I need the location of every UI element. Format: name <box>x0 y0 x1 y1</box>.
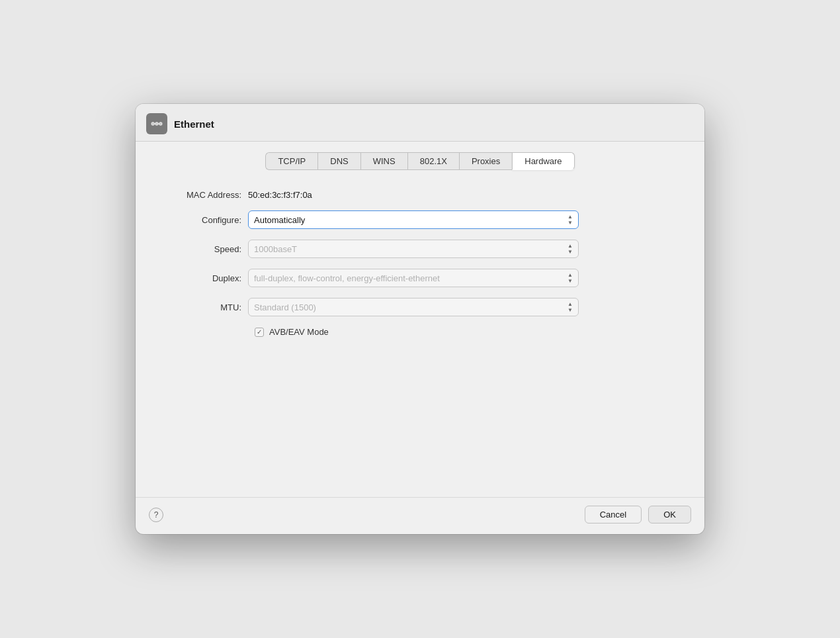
tab-dns[interactable]: DNS <box>317 152 360 170</box>
window-title: Ethernet <box>174 118 214 130</box>
duplex-row: Duplex: full-duplex, flow-control, energ… <box>162 269 678 287</box>
duplex-select[interactable]: full-duplex, flow-control, energy-effici… <box>248 269 579 287</box>
help-button[interactable]: ? <box>149 508 163 522</box>
avb-row: ✓ AVB/EAV Mode <box>255 327 678 337</box>
tab-wins[interactable]: WINS <box>360 152 407 170</box>
tab-proxies[interactable]: Proxies <box>459 152 512 170</box>
speed-placeholder: 1000baseT <box>254 244 564 254</box>
tab-hardware[interactable]: Hardware <box>512 152 574 170</box>
titlebar: Ethernet <box>136 104 704 142</box>
duplex-placeholder: full-duplex, flow-control, energy-effici… <box>254 273 564 283</box>
mac-address-value: 50:ed:3c:f3:f7:0a <box>248 190 312 200</box>
configure-label: Configure: <box>162 215 248 225</box>
bottom-bar: ? Cancel OK <box>136 497 704 534</box>
configure-value: Automatically <box>254 215 564 225</box>
ethernet-window: Ethernet TCP/IP DNS WINS 802.1X Proxies … <box>136 104 704 534</box>
tabs-bar: TCP/IP DNS WINS 802.1X Proxies Hardware <box>136 142 704 170</box>
configure-select[interactable]: Automatically ▲ ▼ <box>248 210 579 229</box>
content-area: TCP/IP DNS WINS 802.1X Proxies Hardware … <box>136 142 704 534</box>
avb-label: AVB/EAV Mode <box>269 327 329 337</box>
app-icon <box>146 113 167 134</box>
action-buttons: Cancel OK <box>585 506 691 524</box>
configure-arrows: ▲ ▼ <box>567 214 573 226</box>
tab-8021x[interactable]: 802.1X <box>407 152 459 170</box>
mtu-row: MTU: Standard (1500) ▲ ▼ <box>162 298 678 316</box>
mac-address-row: MAC Address: 50:ed:3c:f3:f7:0a <box>162 190 678 200</box>
mtu-label: MTU: <box>162 302 248 312</box>
duplex-label: Duplex: <box>162 273 248 283</box>
ok-button[interactable]: OK <box>648 506 691 524</box>
cancel-button[interactable]: Cancel <box>585 506 642 524</box>
form-area: MAC Address: 50:ed:3c:f3:f7:0a Configure… <box>136 170 704 497</box>
speed-row: Speed: 1000baseT ▲ ▼ <box>162 240 678 258</box>
tab-tcpip[interactable]: TCP/IP <box>265 152 317 170</box>
configure-row: Configure: Automatically ▲ ▼ <box>162 210 678 229</box>
speed-select[interactable]: 1000baseT ▲ ▼ <box>248 240 579 258</box>
duplex-arrows: ▲ ▼ <box>567 273 573 284</box>
speed-arrows: ▲ ▼ <box>567 244 573 255</box>
avb-checkbox[interactable]: ✓ <box>255 328 264 337</box>
mac-address-label: MAC Address: <box>162 190 248 200</box>
speed-label: Speed: <box>162 244 248 254</box>
mtu-placeholder: Standard (1500) <box>254 302 564 312</box>
mtu-select[interactable]: Standard (1500) ▲ ▼ <box>248 298 579 316</box>
mtu-arrows: ▲ ▼ <box>567 302 573 313</box>
